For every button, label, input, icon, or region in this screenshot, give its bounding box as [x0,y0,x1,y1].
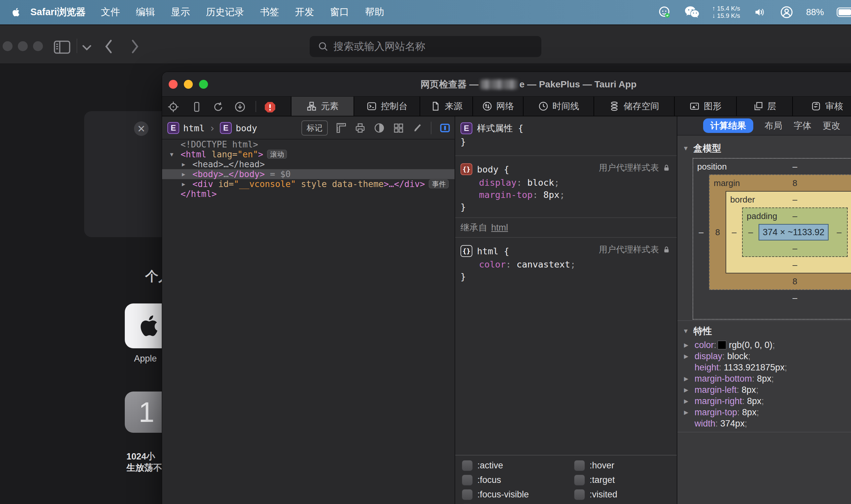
tab-changes[interactable]: 更改 [822,120,840,132]
tab-timelines[interactable]: 时间线 [523,97,593,116]
reload-icon[interactable] [212,101,224,113]
pseudo-visited[interactable]: :visited [574,487,677,502]
collapsed-triangle-icon[interactable]: ▶ [182,169,185,179]
menu-edit[interactable]: 编辑 [136,6,155,19]
tab-sources[interactable]: 来源 [420,97,472,116]
css-declaration[interactable]: display: block; [461,177,677,189]
box-model-position[interactable]: position – – – – margin 8 8 8 8 [693,158,851,320]
computed-prop-margin-left[interactable]: ▶margin-left: 8px; [677,384,851,395]
menu-view[interactable]: 显示 [171,6,190,19]
tab-computed[interactable]: 计算结果 [703,119,753,133]
computed-prop-margin-right[interactable]: ▶margin-right: 8px; [677,395,851,407]
color-swatch[interactable] [718,341,726,349]
computed-prop-margin-top[interactable]: ▶margin-top: 8px; [677,407,851,418]
print-styles-icon[interactable] [354,122,366,134]
box-model-padding[interactable]: padding – – – – 374 × ~1133.92 [742,208,848,257]
tab-graphics[interactable]: 图形 [674,97,736,116]
rule-body[interactable]: {} body { 用户代理样式表 display: block; margin… [455,156,677,218]
dom-row-vconsole-div[interactable]: ▶ <div id="__vconsole" style data-theme>… [162,179,454,189]
pseudo-active[interactable]: :active [462,458,574,473]
tab-layout[interactable]: 布局 [765,120,782,132]
checkbox[interactable] [574,460,585,471]
mark-button[interactable]: 标记 [301,120,328,136]
checkbox[interactable] [462,475,473,486]
menu-app-name[interactable]: Safari浏览器 [30,6,86,19]
tab-console[interactable]: 控制台 [353,97,420,116]
dom-row-head[interactable]: ▶ <head>…</head> [162,159,454,169]
box-model-section-header[interactable]: ▼ 盒模型 [677,136,851,155]
events-badge[interactable]: 事件 [429,179,449,188]
ruler-icon[interactable] [335,122,347,134]
checkbox[interactable] [462,460,473,471]
computed-prop-margin-bottom[interactable]: ▶margin-bottom: 8px; [677,373,851,384]
user-account-icon[interactable] [780,5,794,19]
menu-file[interactable]: 文件 [101,6,120,19]
chat-app-icon[interactable] [658,5,672,19]
menu-help[interactable]: 帮助 [365,6,384,19]
tab-audit[interactable]: 审核 [792,97,851,116]
checkbox[interactable] [462,489,473,500]
details-sidebar-toggle-icon[interactable] [439,122,451,134]
inspector-titlebar[interactable]: 网页检查器 — e — PakePlus — Tauri App [162,72,851,97]
menu-bookmarks[interactable]: 书签 [260,6,279,19]
device-icon[interactable] [191,101,202,113]
element-picker-icon[interactable] [167,101,179,113]
number-app-card[interactable]: 1 [125,392,162,433]
css-declaration[interactable]: margin-top: 8px; [461,189,677,201]
pseudo-target[interactable]: :target [574,473,677,487]
properties-section-header[interactable]: ▼ 特性 [677,323,851,338]
box-model-margin[interactable]: margin 8 8 8 8 border – – [709,175,851,290]
tab-layers[interactable]: 层 [736,97,792,116]
computed-prop-color[interactable]: ▶color:rgb(0, 0, 0); [677,339,851,350]
dom-row-body-selected[interactable]: ▶ <body>…</body> = $0 [162,169,454,179]
paintbrush-icon[interactable] [412,122,423,134]
apple-app-card[interactable] [125,304,162,348]
volume-icon[interactable] [753,6,767,19]
menu-history[interactable]: 历史记录 [206,6,244,19]
network-speed-indicator[interactable]: ↑ 15.4 K/s ↓ 15.9 K/s [712,5,740,19]
scroll-badge[interactable]: 滚动 [267,150,287,159]
sidebar-toggle-icon[interactable] [53,40,71,54]
apple-logo-icon[interactable] [11,6,21,18]
css-declaration[interactable]: color: canvastext; [461,258,677,270]
tab-storage[interactable]: 储存空间 [593,97,674,116]
issues-badge-icon[interactable] [264,101,276,113]
appearance-toggle-icon[interactable] [374,122,385,134]
download-icon[interactable] [234,101,246,113]
forward-button[interactable] [129,38,141,55]
window-close-button[interactable] [3,41,13,51]
checkbox[interactable] [574,475,585,486]
menu-develop[interactable]: 开发 [295,6,314,19]
computed-prop-height[interactable]: height: 1133.921875px; [677,362,851,373]
collapsed-triangle-icon[interactable]: ▶ [182,159,185,169]
collapsed-triangle-icon[interactable]: ▶ [182,179,185,189]
tab-network[interactable]: 网络 [472,97,523,116]
tab-font[interactable]: 字体 [794,120,811,132]
expand-triangle-icon[interactable]: ▼ [170,149,173,159]
pseudo-focus-within[interactable]: :focus-within [462,502,574,504]
checkbox[interactable] [574,489,585,500]
grid-overlay-icon[interactable] [393,122,404,134]
inherited-html-link[interactable]: html [491,223,508,233]
wechat-icon[interactable] [684,6,699,19]
window-zoom-button[interactable] [33,41,43,51]
tab-elements[interactable]: 元素 [291,97,353,116]
rule-html[interactable]: {} html { 用户代理样式表 color: canvastext; } [455,238,677,287]
pseudo-focus-visible[interactable]: :focus-visible [462,487,574,502]
back-button[interactable] [103,38,114,55]
box-model-content[interactable]: 374 × ~1133.92 [759,224,829,240]
breadcrumb-body[interactable]: body [236,123,257,133]
computed-prop-width[interactable]: width: 374px; [677,418,851,429]
menu-window[interactable]: 窗口 [330,6,349,19]
address-search-field[interactable]: 搜索或输入网站名称 [310,36,541,57]
style-attribute-section[interactable]: E 样式属性 { } [455,116,677,156]
dom-row-html[interactable]: ▼ <html lang="en">滚动 [162,149,454,159]
dom-row-doctype[interactable]: <!DOCTYPE html> [162,140,454,149]
dom-row-html-end[interactable]: </html> [162,189,454,199]
breadcrumb-html[interactable]: html [183,123,205,133]
box-model-border[interactable]: border – – – – padding – [726,191,851,273]
pseudo-hover[interactable]: :hover [574,458,677,473]
close-icon[interactable]: ✕ [134,121,149,136]
window-minimize-button[interactable] [18,41,28,51]
pseudo-focus[interactable]: :focus [462,473,574,487]
